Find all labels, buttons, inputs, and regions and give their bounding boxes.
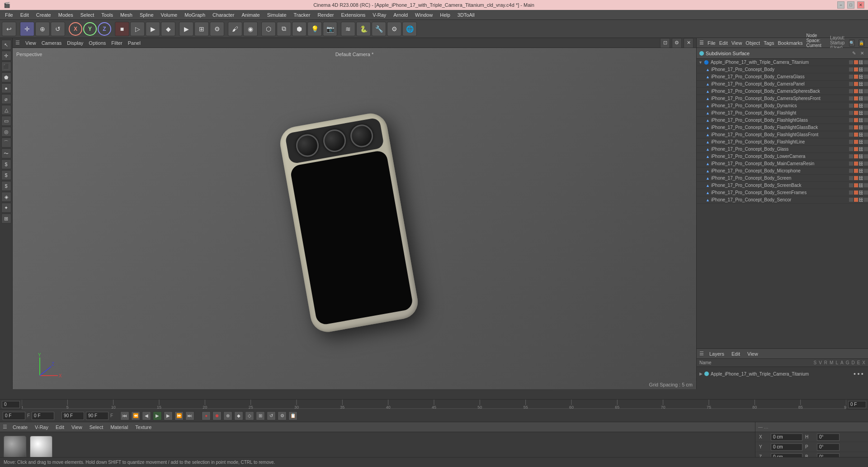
tree-item-7[interactable]: ▲ iPhone_17_Pro_Concept_Body_FlashlightG… — [697, 117, 868, 124]
tree-dot2-3[interactable] — [854, 89, 858, 93]
camera-button[interactable]: 📷 — [323, 22, 337, 36]
coord-p-val[interactable] — [817, 443, 840, 451]
tree-dot2-14[interactable] — [854, 169, 858, 173]
minimize-button[interactable]: − — [837, 1, 844, 9]
menu-item-create[interactable]: Create — [33, 11, 54, 19]
tree-dot3-12[interactable] — [864, 154, 868, 158]
prev-frame-button[interactable]: ⏪ — [131, 411, 140, 420]
tree-dot3-16[interactable] — [864, 183, 868, 187]
tree-dot1-9[interactable] — [849, 133, 853, 137]
rp-object-tab[interactable]: Object — [745, 40, 760, 46]
point-mode-button[interactable]: ◆ — [161, 22, 175, 36]
tree-dot3-5[interactable] — [864, 104, 868, 108]
tree-item-17[interactable]: ▲ iPhone_17_Pro_Concept_Body_ScreenFrame… — [697, 189, 868, 196]
menu-item-arnold[interactable]: Arnold — [390, 11, 411, 19]
rp-search-btn[interactable]: 🔍 — [849, 39, 855, 47]
close-button[interactable]: ✕ — [857, 1, 864, 9]
layers-tab[interactable]: Layers — [708, 350, 726, 357]
timeline-ruler[interactable]: 051015202530354045505560657075808590 — [22, 400, 846, 410]
tree-dot1-6[interactable] — [849, 111, 853, 115]
tree-dot1-5[interactable] — [849, 104, 853, 108]
tree-extra-dot[interactable] — [864, 60, 868, 64]
coord-y-pos[interactable] — [771, 443, 802, 451]
menu-item-tracker[interactable]: Tracker — [291, 11, 314, 19]
tree-dot2-9[interactable] — [854, 133, 858, 137]
script-button[interactable]: 🔧 — [372, 22, 386, 36]
tree-dot3-8[interactable] — [864, 125, 868, 129]
coord-x-pos[interactable] — [771, 434, 802, 441]
vp-cameras-menu[interactable]: Cameras — [42, 40, 62, 46]
tree-dot1-0[interactable] — [849, 67, 853, 71]
sel-all-button[interactable]: ⊞ — [256, 411, 265, 420]
vp-settings-btn[interactable]: ⚙ — [672, 38, 682, 48]
tree-dot1-4[interactable] — [849, 96, 853, 100]
tree-dot1-7[interactable] — [849, 118, 853, 122]
scene-tree[interactable]: ▼ 🔵 Apple_iPhone_17_with_Triple_Camera_T… — [697, 59, 868, 348]
tree-dot1-10[interactable] — [849, 140, 853, 144]
rp-file-tab[interactable]: File — [708, 40, 716, 46]
tree-dot1-15[interactable] — [849, 176, 853, 180]
tree-dot2-12[interactable] — [854, 154, 858, 158]
vp-maximize-btn[interactable]: ⊡ — [660, 38, 670, 48]
rp-edit-tab[interactable]: Edit — [719, 40, 728, 46]
layers-view-tab[interactable]: View — [745, 350, 760, 357]
viewport[interactable]: ☰ View Cameras Display Options Filter Pa… — [13, 38, 696, 389]
dollar2-tool[interactable]: $ — [1, 181, 11, 191]
menu-item-window[interactable]: Window — [412, 11, 436, 19]
rp-view-tab[interactable]: View — [731, 40, 742, 46]
layer-item-main[interactable]: ▶ Apple_iPhone_17_with_Triple_Camera_Tit… — [699, 369, 865, 379]
script-anim-button[interactable]: 📋 — [288, 411, 297, 420]
mat-material-tab[interactable]: Material — [108, 424, 130, 431]
prev-key-button[interactable]: ◀ — [142, 411, 151, 420]
loop-button[interactable]: ↺ — [267, 411, 276, 420]
vp-hamburger[interactable]: ☰ — [15, 40, 20, 46]
mat-view-tab[interactable]: View — [70, 424, 84, 431]
menu-item-file[interactable]: File — [2, 11, 16, 19]
polygon-mode-button[interactable]: ▷ — [130, 22, 145, 36]
coord-h-val[interactable] — [817, 434, 840, 441]
menu-item-tools[interactable]: Tools — [98, 11, 116, 19]
tree-dot1-17[interactable] — [849, 191, 853, 195]
tree-dot2-11[interactable] — [854, 147, 858, 151]
tree-item-12[interactable]: ▲ iPhone_17_Pro_Concept_Body_LowerCamera — [697, 153, 868, 160]
tree-dot2-1[interactable] — [854, 75, 858, 79]
internet-button[interactable]: 🌐 — [402, 22, 417, 36]
tree-dot3-17[interactable] — [864, 191, 868, 195]
x-axis-button[interactable]: X — [69, 22, 82, 36]
timeline-end-frame[interactable]: 0 F — [848, 401, 866, 408]
cone-tool[interactable]: △ — [1, 105, 11, 115]
rp-hamburger[interactable]: ☰ — [699, 40, 704, 46]
layer-eye[interactable]: ● — [854, 372, 856, 376]
tree-item-4[interactable]: ▲ iPhone_17_Pro_Concept_Body_CameraSpher… — [697, 95, 868, 102]
tree-dot1-11[interactable] — [849, 147, 853, 151]
tree-item-8[interactable]: ▲ iPhone_17_Pro_Concept_Body_FlashlightG… — [697, 124, 868, 131]
tree-dot3-14[interactable] — [864, 169, 868, 173]
mat-edit-tab[interactable]: Edit — [54, 424, 66, 431]
tree-item-14[interactable]: ▲ iPhone_17_Pro_Concept_Body_Microphone — [697, 167, 868, 175]
tree-dot1-8[interactable] — [849, 125, 853, 129]
subdiv-close-btn[interactable]: ✕ — [859, 51, 865, 56]
hair-button[interactable]: ≋ — [341, 22, 355, 36]
menu-item-v-ray[interactable]: V-Ray — [369, 11, 389, 19]
vp-close-btn[interactable]: ✕ — [684, 38, 693, 48]
tree-item-5[interactable]: ▲ iPhone_17_Pro_Concept_Body_Dynamics — [697, 102, 868, 110]
record-button[interactable]: ● — [202, 411, 211, 420]
cube-tool[interactable]: ⬛ — [1, 62, 11, 71]
menu-item-simulate[interactable]: Simulate — [264, 11, 290, 19]
viewport-canvas[interactable]: X Y Z Perspective Default Camera * Grid … — [13, 48, 696, 389]
menu-item-mograph[interactable]: MoGraph — [181, 11, 208, 19]
plane-tool[interactable]: ▭ — [1, 116, 11, 126]
tree-dot3-4[interactable] — [864, 96, 868, 100]
tree-dot3-18[interactable] — [864, 198, 868, 202]
mat-create-tab[interactable]: Create — [11, 424, 29, 431]
vp-view-menu[interactable]: View — [25, 40, 36, 46]
menu-item-select[interactable]: Select — [77, 11, 98, 19]
tree-item-2[interactable]: ▲ iPhone_17_Pro_Concept_Body_CameraPanel — [697, 81, 868, 88]
grid-tool[interactable]: ⊞ — [1, 214, 11, 224]
menu-item-render[interactable]: Render — [314, 11, 337, 19]
lights-button[interactable]: 💡 — [307, 22, 322, 36]
menu-item-extensions[interactable]: Extensions — [338, 11, 368, 19]
tree-item-13[interactable]: ▲ iPhone_17_Pro_Concept_Body_MainCameraR… — [697, 160, 868, 167]
sel-key-button[interactable]: ◇ — [245, 411, 254, 420]
menu-item-3dtoall[interactable]: 3DToAll — [454, 11, 478, 19]
